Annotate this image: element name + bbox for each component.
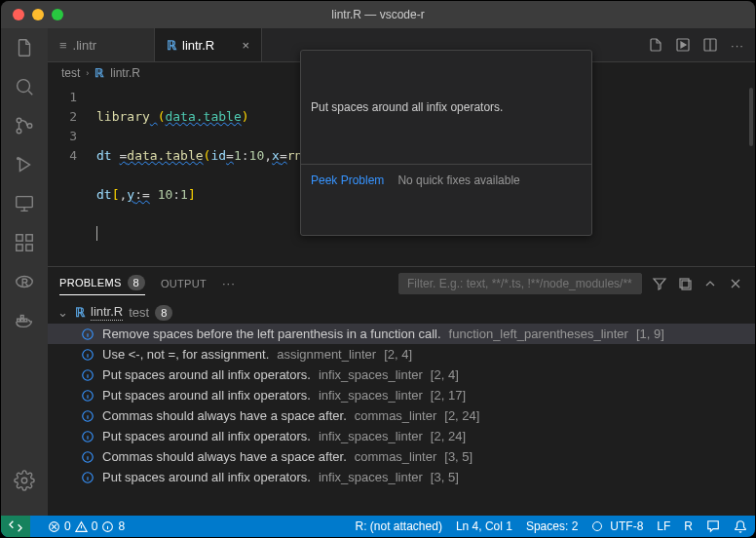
svg-point-3	[27, 124, 32, 129]
r-extension-icon[interactable]	[13, 270, 36, 293]
problem-location: [2, 17]	[431, 388, 466, 403]
problem-message: Use <-, not =, for assignment.	[102, 347, 269, 362]
problem-row[interactable]: Put spaces around all infix operators. i…	[48, 365, 755, 385]
problem-location: [2, 24]	[431, 429, 466, 443]
extensions-icon[interactable]	[13, 231, 36, 254]
svg-rect-8	[17, 245, 22, 250]
activity-bar	[1, 28, 48, 516]
problem-location: [2, 4]	[431, 367, 459, 382]
tab-lintr-config[interactable]: ≡ .lintr	[48, 28, 155, 61]
editor-scrollbar[interactable]	[749, 88, 753, 146]
window-zoom-button[interactable]	[52, 9, 63, 20]
settings-gear-icon[interactable]	[13, 469, 36, 492]
svg-point-30	[593, 522, 602, 531]
diagnostic-hover-popup: Put spaces around all infix operators. P…	[300, 50, 592, 236]
breadcrumb-folder[interactable]: test	[61, 66, 80, 80]
svg-point-2	[17, 129, 21, 134]
problem-source: commas_linter	[355, 449, 437, 464]
problem-source: infix_spaces_linter	[319, 429, 423, 443]
svg-point-10	[17, 277, 33, 288]
r-file-icon: ℝ	[94, 66, 104, 80]
svg-point-4	[18, 158, 19, 160]
split-editor-icon[interactable]	[702, 37, 718, 53]
problem-row[interactable]: Commas should always have a space after.…	[48, 446, 755, 467]
svg-point-1	[17, 118, 21, 123]
no-quick-fix-label: No quick fixes available	[397, 171, 519, 190]
open-changes-icon[interactable]	[648, 37, 663, 53]
svg-rect-13	[24, 319, 27, 322]
status-problems[interactable]: 0 0 8	[48, 519, 125, 533]
problem-message: Commas should always have a space after.	[102, 449, 347, 464]
svg-rect-14	[20, 316, 23, 319]
peek-problem-link[interactable]: Peek Problem	[311, 171, 384, 190]
settings-icon: ≡	[59, 38, 67, 53]
window-minimize-button[interactable]	[32, 9, 44, 20]
run-icon[interactable]	[675, 37, 691, 53]
problem-location: [2, 4]	[384, 347, 412, 362]
problem-row[interactable]: Commas should always have a space after.…	[48, 405, 755, 426]
r-file-icon: ℝ	[75, 305, 85, 320]
problem-message: Put spaces around all infix operators.	[102, 367, 311, 382]
problem-message: Put spaces around all infix operators.	[102, 470, 311, 484]
svg-rect-7	[26, 235, 32, 241]
remote-indicator[interactable]	[1, 516, 30, 537]
problem-message: Put spaces around all infix operators.	[102, 388, 311, 403]
code-editor[interactable]: 1 2 3 4 library (data.table) dt =data.ta…	[48, 84, 755, 266]
line-number-gutter: 1 2 3 4	[48, 84, 91, 266]
problem-row[interactable]: Put spaces around all infix operators. i…	[48, 467, 755, 487]
tab-label: lintr.R	[182, 38, 214, 53]
problem-location: [3, 5]	[444, 449, 472, 464]
status-r[interactable]: R: (not attached)	[356, 519, 442, 533]
problem-message: Commas should always have a space after.	[102, 408, 347, 423]
search-icon[interactable]	[13, 75, 36, 98]
problem-location: [3, 5]	[431, 470, 459, 484]
title-bar: lintr.R — vscode-r	[1, 1, 755, 28]
status-bar: 0 0 8 R: (not attached) Ln 4, Col 1 Spac…	[1, 516, 755, 537]
tab-lintr-r[interactable]: ℝ lintr.R ×	[155, 28, 262, 61]
svg-point-15	[21, 478, 27, 483]
more-actions-icon[interactable]: ···	[730, 37, 745, 53]
feedback-icon[interactable]	[706, 519, 720, 533]
source-control-icon[interactable]	[13, 114, 36, 137]
svg-rect-12	[20, 319, 23, 322]
window-title: lintr.R — vscode-r	[1, 8, 755, 21]
svg-rect-11	[18, 319, 20, 322]
hover-message: Put spaces around all infix operators.	[301, 90, 591, 125]
window-close-button[interactable]	[13, 9, 24, 20]
svg-point-0	[18, 80, 30, 93]
docker-icon[interactable]	[13, 309, 36, 332]
breadcrumb-file[interactable]: lintr.R	[110, 66, 140, 80]
status-eol[interactable]: LF	[657, 519, 670, 533]
r-file-icon: ℝ	[167, 38, 176, 53]
remote-explorer-icon[interactable]	[13, 192, 36, 215]
status-ln-col[interactable]: Ln 4, Col 1	[456, 519, 512, 533]
chevron-down-icon: ⌄	[57, 305, 69, 320]
svg-rect-9	[26, 245, 32, 250]
code-content[interactable]: library (data.table) dt =data.table(id=1…	[91, 84, 755, 266]
explorer-icon[interactable]	[13, 36, 36, 59]
problem-source: commas_linter	[355, 408, 437, 423]
problem-row[interactable]: Use <-, not =, for assignment. assignmen…	[48, 344, 755, 365]
problem-source: infix_spaces_linter	[319, 388, 423, 403]
status-encoding[interactable]: UTF-8	[591, 519, 643, 533]
close-icon[interactable]: ×	[242, 38, 249, 53]
problem-row[interactable]: Put spaces around all infix operators. i…	[48, 426, 755, 446]
problem-message: Put spaces around all infix operators.	[102, 429, 311, 443]
chevron-right-icon: ›	[86, 68, 89, 78]
status-lang[interactable]: R	[684, 519, 693, 533]
bell-icon[interactable]	[734, 519, 747, 533]
problem-location: [2, 24]	[444, 408, 479, 423]
problem-source: infix_spaces_linter	[319, 470, 423, 484]
text-cursor	[96, 226, 97, 241]
svg-rect-6	[17, 235, 22, 241]
svg-rect-5	[17, 197, 33, 208]
run-debug-icon[interactable]	[13, 153, 36, 176]
problem-source: infix_spaces_linter	[319, 367, 423, 382]
status-spaces[interactable]: Spaces: 2	[526, 519, 578, 533]
problem-source: assignment_linter	[277, 347, 376, 362]
tab-label: .lintr	[73, 38, 97, 53]
problem-row[interactable]: Put spaces around all infix operators. i…	[48, 385, 755, 405]
